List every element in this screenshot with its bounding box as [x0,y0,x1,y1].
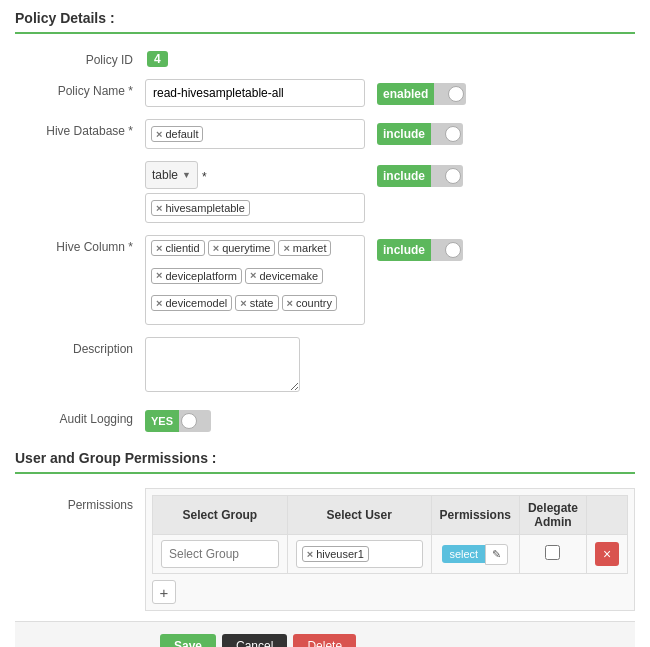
column-toggle-knob [445,242,461,258]
audit-toggle-switch[interactable] [179,410,211,432]
policy-id-label: Policy ID [15,48,145,67]
column-include-toggle-label: include [377,239,431,261]
col-tag-devicemodel: × devicemodel [151,295,232,311]
perm-select-button[interactable]: select [442,545,485,563]
table-label-cell [15,161,145,166]
perm-edit-button[interactable]: ✎ [485,544,508,565]
table-tag-remove[interactable]: × [156,203,162,214]
add-row-button[interactable]: + [152,580,176,604]
hive-db-tags[interactable]: × default [145,119,365,149]
col-tag-querytime: × querytime [208,240,276,256]
table-type-dropdown[interactable]: table ▼ [145,161,198,189]
policy-name-label: Policy Name * [15,79,145,98]
col-header-user: Select User [287,496,431,535]
save-button[interactable]: Save [160,634,216,647]
col-tag-deviceplatform: × deviceplatform [151,268,242,284]
audit-yes-label: YES [145,410,179,432]
footer-buttons: Save Cancel Delete [15,621,635,647]
col-tag-country: × country [282,295,338,311]
delete-button[interactable]: Delete [293,634,356,647]
hive-db-label: Hive Database * [15,119,145,138]
col-tag-devicemake: × devicemake [245,268,323,284]
col-header-delegate: Delegate Admin [519,496,586,535]
user-tag-hiveuser1: × hiveuser1 [302,546,369,562]
enabled-toggle-label: enabled [377,83,434,105]
enabled-toggle[interactable] [434,83,466,105]
db-include-toggle-label: include [377,123,431,145]
table-include-toggle-label: include [377,165,431,187]
hive-column-tags[interactable]: × clientid × querytime × market × device… [145,235,365,325]
col-header-group: Select Group [153,496,288,535]
db-include-toggle[interactable] [431,123,463,145]
table-include-toggle[interactable] [431,165,463,187]
db-toggle-knob [445,126,461,142]
col-header-perm: Permissions [431,496,519,535]
hive-column-label: Hive Column * [15,235,145,254]
db-tag-remove[interactable]: × [156,129,162,140]
toggle-knob [448,86,464,102]
col-tag-clientid: × clientid [151,240,205,256]
policy-id-value: 4 [147,51,168,67]
permission-row: × hiveuser1 select ✎ [153,535,628,574]
delegate-admin-checkbox[interactable] [545,545,560,560]
db-tag-default: × default [151,126,203,142]
table-required-star: * [202,167,207,184]
cancel-button[interactable]: Cancel [222,634,287,647]
table-type-value: table [152,168,178,182]
select-group-input[interactable] [161,540,279,568]
delete-row-button[interactable]: × [595,542,619,566]
audit-toggle-knob [181,413,197,429]
permissions-label: Permissions [15,488,145,611]
permissions-section-title: User and Group Permissions : [15,450,635,474]
description-label: Description [15,337,145,356]
col-tag-market: × market [278,240,331,256]
table-tag-hivesample: × hivesampletable [151,200,250,216]
edit-icon: ✎ [492,548,501,560]
col-header-delete [586,496,627,535]
description-textarea[interactable] [145,337,300,392]
audit-toggle[interactable]: YES [145,410,365,432]
dropdown-arrow-icon: ▼ [182,170,191,180]
select-user-tags[interactable]: × hiveuser1 [296,540,423,568]
col-tag-state: × state [235,295,278,311]
user-tag-remove[interactable]: × [307,549,313,560]
table-toggle-knob [445,168,461,184]
policy-details-title: Policy Details : [15,10,635,34]
audit-logging-label: Audit Logging [15,407,145,426]
table-tags[interactable]: × hivesampletable [145,193,365,223]
column-include-toggle[interactable] [431,239,463,261]
policy-name-input[interactable] [145,79,365,107]
